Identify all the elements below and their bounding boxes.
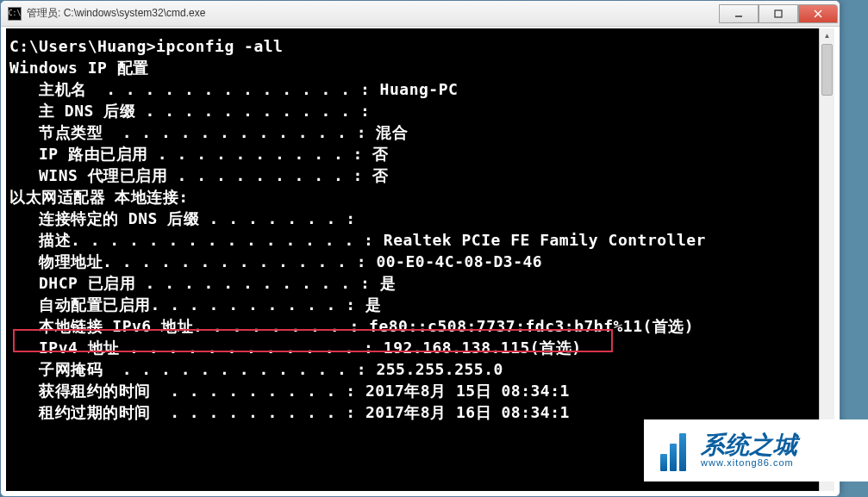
adapter-line-6: IPv4 地址 . . . . . . . . . . . . : 192.16… (9, 337, 834, 358)
scroll-up-icon[interactable]: ▲ (820, 28, 834, 42)
window-controls (719, 4, 838, 23)
adapter-line-2: 物理地址. . . . . . . . . . . . . : 00-E0-4C… (9, 251, 834, 272)
adapter-line-3: DHCP 已启用 . . . . . . . . . . . : 是 (9, 272, 834, 294)
watermark-logo-icon (653, 430, 694, 471)
section-header: Windows IP 配置 (9, 57, 834, 78)
config-line-2: 节点类型 . . . . . . . . . . . . : 混合 (9, 121, 834, 143)
config-line-3: IP 路由已启用 . . . . . . . . . . : 否 (9, 143, 834, 165)
minimize-button[interactable] (719, 4, 759, 23)
config-line-4: WINS 代理已启用 . . . . . . . . . : 否 (9, 165, 834, 186)
watermark-title: 系统之城 (701, 433, 797, 457)
maximize-icon (774, 9, 783, 18)
config-line-0: 主机名 . . . . . . . . . . . . . : Huang-PC (9, 78, 834, 100)
config-line-1: 主 DNS 后缀 . . . . . . . . . . . : (9, 100, 834, 121)
svg-rect-1 (775, 10, 782, 17)
adapter-line-0: 连接特定的 DNS 后缀 . . . . . . . : (9, 208, 834, 229)
adapter-line-1: 描述. . . . . . . . . . . . . . . : Realte… (9, 229, 834, 251)
adapter-line-7: 子网掩码 . . . . . . . . . . . . : 255.255.2… (9, 358, 834, 380)
maximize-button[interactable] (759, 4, 798, 23)
prompt-line: C:\Users\Huang>ipconfig -all (9, 35, 834, 57)
watermark-url: www.xitong86.com (701, 457, 797, 468)
scroll-thumb[interactable] (821, 44, 833, 96)
watermark: 系统之城 www.xitong86.com (644, 419, 868, 481)
close-button[interactable] (798, 4, 838, 23)
cmd-icon: C:\ (8, 7, 22, 21)
adapter-line-4: 自动配置已启用. . . . . . . . . . : 是 (9, 294, 834, 315)
adapter-line-5: 本地链接 IPv6 地址. . . . . . . . : fe80::c508… (9, 315, 834, 337)
titlebar[interactable]: C:\ 管理员: C:\windows\system32\cmd.exe (1, 1, 840, 27)
window-title: 管理员: C:\windows\system32\cmd.exe (27, 6, 719, 21)
section-header: 以太网适配器 本地连接: (9, 186, 834, 208)
close-icon (814, 9, 822, 18)
minimize-icon (734, 9, 743, 18)
adapter-line-8: 获得租约的时间 . . . . . . . . . : 2017年8月 15日 … (9, 380, 834, 401)
